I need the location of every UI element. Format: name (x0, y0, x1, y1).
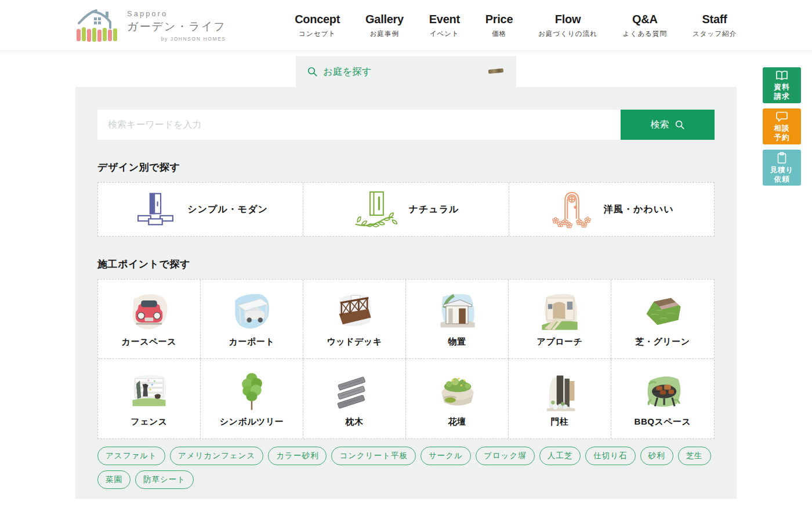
approach-photo (538, 291, 581, 334)
clipboard-icon (776, 151, 788, 164)
point-card-symbol-tree[interactable]: シンボルツリー (201, 359, 303, 438)
search-button[interactable]: 検索 (621, 110, 715, 140)
point-label: 物置 (448, 336, 466, 347)
nav-en-label: Flow (538, 13, 597, 26)
nav-ja-label: よくある質問 (623, 30, 667, 38)
fence-photo (128, 371, 171, 414)
tag-weed-sheet[interactable]: 防草シート (135, 470, 194, 489)
tag-block-wall[interactable]: ブロック塀 (476, 447, 535, 465)
point-card-sleepers[interactable]: 枕木 (303, 359, 406, 438)
tag-gravel[interactable]: 砂利 (640, 447, 673, 465)
point-label: 門柱 (551, 416, 569, 427)
logo-house-icon (75, 8, 119, 43)
search-input[interactable] (97, 110, 621, 140)
document-request-button[interactable]: 資料 請求 (763, 67, 801, 103)
tag-circle[interactable]: サークル (420, 447, 471, 465)
point-card-bbq-space[interactable]: BBQスペース (611, 359, 714, 438)
car-space-photo (128, 291, 171, 334)
consultation-booking-button[interactable]: 相談 予約 (763, 108, 801, 144)
floating-action-buttons: 資料 請求 相談 予約 見積り 依頼 (763, 67, 801, 186)
tag-divider-stone[interactable]: 仕切り石 (585, 447, 635, 465)
bbq-space-photo (641, 371, 684, 414)
point-card-approach[interactable]: アプローチ (509, 280, 611, 359)
book-icon (775, 70, 788, 81)
modern-door-icon (133, 191, 178, 227)
logo-text: Sapporo ガーデン・ライフ by JOHNSON HOMES (127, 9, 226, 42)
point-label: 枕木 (346, 416, 364, 427)
tag-asphalt[interactable]: アスファルト (97, 447, 165, 465)
arch-door-flowers-icon (549, 190, 594, 229)
natural-door-leaf-icon (353, 190, 400, 229)
side-button-label: 資料 請求 (774, 83, 790, 101)
design-card-natural[interactable]: ナチュラル (303, 183, 509, 236)
nav-ja-label: お庭事例 (365, 30, 404, 38)
tab-label: お庭を探す (323, 66, 372, 78)
point-label: カーポート (229, 336, 275, 347)
tab-garden-search[interactable]: お庭を探す (296, 56, 516, 87)
point-label: BBQスペース (635, 416, 691, 427)
design-label: 洋風・かわいい (604, 204, 674, 216)
nav-item-staff[interactable]: Staff スタッフ紹介 (693, 13, 737, 38)
design-section-heading: デザイン別で探す (97, 161, 715, 174)
side-button-label: 見積り 依頼 (770, 166, 794, 184)
search-icon (675, 119, 685, 130)
side-button-label: 相談 予約 (774, 124, 790, 142)
symbol-tree-photo (230, 371, 273, 414)
point-section-heading: 施工ポイントで探す (97, 258, 715, 271)
nav-en-label: Q&A (623, 13, 667, 26)
tag-vegetable-garden[interactable]: 菜園 (97, 470, 130, 489)
point-card-lawn-green[interactable]: 芝・グリーン (611, 280, 714, 359)
tag-american-fence[interactable]: アメリカンフェンス (170, 447, 263, 465)
logo-garden-life: ガーデン・ライフ (127, 19, 226, 34)
chat-icon (775, 111, 788, 122)
tag-lawn-grass[interactable]: 芝生 (678, 447, 711, 465)
design-card-simple-modern[interactable]: シンプル・モダン (98, 183, 303, 236)
flower-bed-photo (436, 371, 478, 414)
nav-item-price[interactable]: Price 価格 (485, 13, 513, 38)
point-grid: カースペース カーポート (97, 279, 715, 439)
point-card-car-space[interactable]: カースペース (98, 280, 201, 359)
storage-shed-photo (436, 291, 478, 334)
nav-en-label: Concept (295, 13, 340, 26)
point-label: 芝・グリーン (635, 336, 690, 347)
nav-item-concept[interactable]: Concept コンセプト (295, 13, 340, 38)
tag-color-gravel[interactable]: カラー砂利 (268, 447, 327, 465)
search-icon (307, 66, 318, 77)
point-label: カースペース (122, 336, 176, 347)
point-label: シンボルツリー (220, 416, 284, 427)
estimate-request-button[interactable]: 見積り 依頼 (763, 150, 801, 186)
gate-pillar-photo (538, 371, 581, 414)
design-row: シンプル・モダン (97, 182, 715, 237)
nav-item-flow[interactable]: Flow お庭づくりの流れ (538, 13, 597, 38)
main-nav: Concept コンセプト Gallery お庭事例 Event イベント Pr… (295, 13, 737, 38)
search-row: 検索 (97, 110, 715, 140)
nav-ja-label: スタッフ紹介 (693, 30, 737, 38)
site-logo[interactable]: Sapporo ガーデン・ライフ by JOHNSON HOMES (75, 8, 226, 43)
point-card-storage-shed[interactable]: 物置 (406, 280, 509, 359)
nav-item-gallery[interactable]: Gallery お庭事例 (365, 13, 404, 38)
point-card-wood-deck[interactable]: ウッドデッキ (303, 280, 406, 359)
nav-en-label: Price (485, 13, 513, 26)
design-card-western-cute[interactable]: 洋風・かわいい (509, 183, 714, 236)
nav-en-label: Event (429, 13, 460, 26)
nav-ja-label: イベント (429, 30, 460, 38)
carport-photo (230, 291, 273, 334)
search-button-label: 検索 (651, 119, 669, 131)
point-card-fence[interactable]: フェンス (98, 359, 201, 438)
point-card-flower-bed[interactable]: 花壇 (406, 359, 509, 438)
sleepers-photo (333, 371, 376, 414)
point-label: アプローチ (537, 336, 583, 347)
point-card-carport[interactable]: カーポート (201, 280, 303, 359)
point-card-gate-pillar[interactable]: 門柱 (509, 359, 611, 438)
nav-en-label: Staff (693, 13, 737, 26)
point-label: ウッドデッキ (327, 336, 382, 347)
tag-artificial-turf[interactable]: 人工芝 (539, 447, 581, 465)
nav-item-event[interactable]: Event イベント (429, 13, 460, 38)
design-label: シンプル・モダン (187, 204, 268, 216)
logo-by-johnson-homes: by JOHNSON HOMES (127, 36, 226, 42)
nav-ja-label: 価格 (485, 30, 513, 38)
tag-concrete-slab[interactable]: コンクリート平板 (331, 447, 416, 465)
tag-list: アスファルト アメリカンフェンス カラー砂利 コンクリート平板 サークル ブロッ… (97, 447, 715, 489)
nav-item-qa[interactable]: Q&A よくある質問 (623, 13, 667, 38)
point-label: 花壇 (448, 416, 466, 427)
